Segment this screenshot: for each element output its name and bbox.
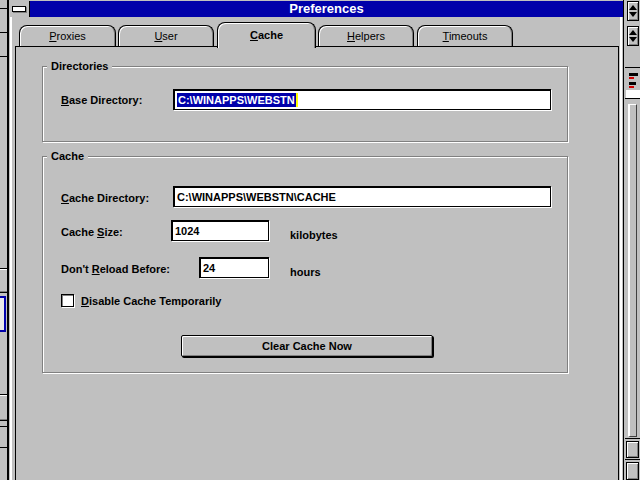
cache-size-unit-label: kilobytes — [290, 228, 338, 242]
dont-reload-before-input[interactable]: 24 — [199, 257, 269, 278]
background-divider — [625, 459, 640, 460]
cache-size-input[interactable]: 1024 — [171, 220, 269, 241]
background-button-fragment — [0, 395, 7, 420]
background-divider — [625, 98, 640, 99]
scrollbar-button[interactable] — [626, 441, 639, 458]
arrow-up-icon — [629, 30, 637, 35]
background-window-right-edge — [625, 0, 640, 480]
preferences-dialog: Preferences Proxies User Cache Helpers T… — [8, 0, 624, 480]
background-divider — [625, 67, 640, 68]
arrow-down-icon — [629, 37, 637, 42]
cache-group-title: Cache — [47, 149, 88, 163]
background-icon-fragment — [629, 86, 634, 88]
dialog-bevel — [10, 17, 12, 480]
background-tick — [0, 447, 7, 448]
background-tick — [0, 426, 7, 427]
background-window-left-edge — [0, 0, 8, 480]
spin-buttons-icon[interactable] — [627, 1, 639, 21]
arrow-down-icon — [629, 12, 637, 17]
cache-directory-input[interactable]: C:\WINAPPS\WEBSTN\CACHE — [173, 186, 551, 207]
spin-buttons-icon[interactable] — [627, 26, 639, 46]
tab-proxies[interactable]: Proxies — [19, 25, 116, 46]
directories-group-title: Directories — [47, 59, 112, 73]
directories-group: Directories Base Directory: C:\WINAPPS\W… — [42, 66, 568, 142]
background-selected-item-fragment — [0, 296, 6, 332]
clear-cache-now-button[interactable]: Clear Cache Now — [181, 335, 433, 357]
background-tick — [0, 8, 7, 9]
background-icon-fragment — [629, 82, 636, 85]
scrollbar-button[interactable] — [626, 462, 639, 480]
tab-helpers[interactable]: Helpers — [318, 25, 414, 46]
tab-timeouts[interactable]: Timeouts — [417, 25, 513, 46]
cache-tab-panel: Directories Base Directory: C:\WINAPPS\W… — [15, 46, 619, 480]
dont-reload-unit-label: hours — [290, 265, 321, 279]
titlebar: Preferences — [10, 1, 623, 17]
window-title: Preferences — [30, 1, 623, 17]
background-icon-fragment — [629, 77, 634, 79]
cache-directory-label: Cache Directory: — [61, 191, 149, 205]
text-caret — [296, 93, 298, 107]
background-divider — [625, 438, 640, 439]
dont-reload-before-label: Don't Reload Before: — [61, 262, 170, 276]
base-directory-label: Base Directory: — [61, 93, 142, 107]
background-white-band — [626, 90, 640, 98]
system-menu-button[interactable] — [10, 1, 30, 17]
cache-group: Cache Cache Directory: C:\WINAPPS\WEBSTN… — [42, 156, 568, 373]
arrow-up-icon — [629, 5, 637, 10]
selected-text: C:\WINAPPS\WEBSTN — [177, 93, 296, 107]
base-directory-input[interactable]: C:\WINAPPS\WEBSTN — [173, 89, 551, 110]
cache-size-label: Cache Size: — [61, 225, 123, 239]
background-tick — [0, 56, 7, 57]
tab-cache[interactable]: Cache — [217, 22, 316, 48]
disable-cache-checkbox[interactable] — [61, 294, 74, 307]
background-button-fragment — [0, 269, 7, 292]
scrollbar[interactable] — [628, 104, 637, 437]
background-tick — [0, 32, 7, 33]
system-menu-dash-icon — [12, 6, 26, 12]
tab-user[interactable]: User — [118, 25, 214, 46]
dialog-bevel — [620, 17, 622, 480]
disable-cache-label: Disable Cache Temporarily — [81, 294, 221, 308]
background-icon-fragment — [629, 73, 638, 76]
